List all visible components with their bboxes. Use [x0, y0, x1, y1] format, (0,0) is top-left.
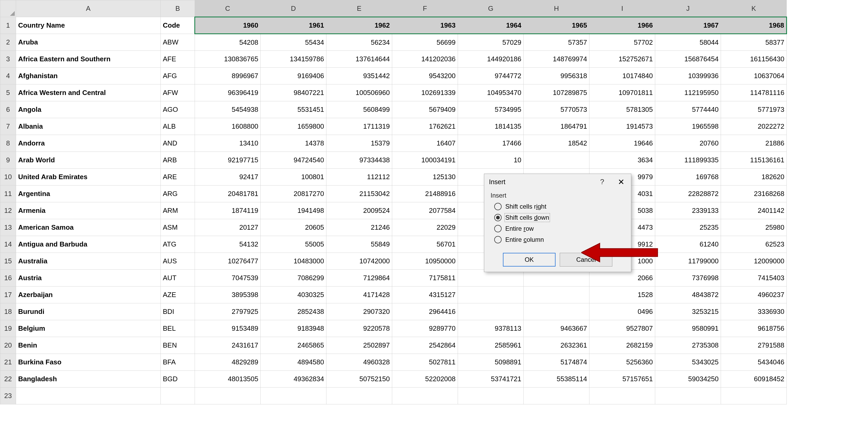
cell-G9[interactable]: 10: [458, 152, 524, 169]
cell-E13[interactable]: 21246: [327, 219, 392, 236]
cell-J9[interactable]: 111899335: [655, 152, 721, 169]
cell-I17[interactable]: 1528: [589, 287, 655, 303]
cell-D18[interactable]: 2852438: [261, 303, 327, 320]
row-header-3[interactable]: 3: [0, 51, 16, 68]
column-header-H[interactable]: H: [524, 0, 589, 17]
cell-I4[interactable]: 10174840: [589, 68, 655, 85]
cell-D9[interactable]: 94724540: [261, 152, 327, 169]
cell-I6[interactable]: 5781305: [589, 101, 655, 118]
cell-F20[interactable]: 2542864: [392, 337, 458, 354]
cell-E12[interactable]: 2009524: [327, 202, 392, 219]
cell-F23[interactable]: [392, 388, 458, 405]
cell-I19[interactable]: 9527807: [589, 320, 655, 337]
cell-B8[interactable]: AND: [161, 135, 195, 152]
cell-H19[interactable]: 9463667: [524, 320, 589, 337]
cell-G16[interactable]: [458, 270, 524, 287]
cell-J18[interactable]: 3253215: [655, 303, 721, 320]
cell-I20[interactable]: 2682159: [589, 337, 655, 354]
row-header-15[interactable]: 15: [0, 253, 16, 270]
cell-D3[interactable]: 134159786: [261, 51, 327, 68]
column-header-B[interactable]: B: [161, 0, 195, 17]
cell-J17[interactable]: 4843872: [655, 287, 721, 303]
cell-H7[interactable]: 1864791: [524, 118, 589, 135]
row-header-14[interactable]: 14: [0, 236, 16, 253]
column-header-J[interactable]: J: [655, 0, 721, 17]
cell-A5[interactable]: Africa Western and Central: [16, 85, 161, 101]
cell-E17[interactable]: 4171428: [327, 287, 392, 303]
cell-J20[interactable]: 2735308: [655, 337, 721, 354]
cell-E15[interactable]: 10742000: [327, 253, 392, 270]
cell-I18[interactable]: 0496: [589, 303, 655, 320]
cell-A22[interactable]: Bangladesh: [16, 371, 161, 388]
cell-B2[interactable]: ABW: [161, 34, 195, 51]
dialog-close-button[interactable]: ✕: [615, 177, 627, 187]
cell-K19[interactable]: 9618756: [721, 320, 787, 337]
row-header-5[interactable]: 5: [0, 85, 16, 101]
cell-K9[interactable]: 115136161: [721, 152, 787, 169]
cell-B5[interactable]: AFW: [161, 85, 195, 101]
cell-I9[interactable]: 3634: [589, 152, 655, 169]
cell-K8[interactable]: 21886: [721, 135, 787, 152]
cell-C11[interactable]: 20481781: [195, 185, 261, 202]
cell-K13[interactable]: 25980: [721, 219, 787, 236]
cell-D21[interactable]: 4894580: [261, 354, 327, 371]
cell-E19[interactable]: 9220578: [327, 320, 392, 337]
cell-I8[interactable]: 19646: [589, 135, 655, 152]
cell-E22[interactable]: 50752150: [327, 371, 392, 388]
cell-E2[interactable]: 56234: [327, 34, 392, 51]
row-header-1[interactable]: 1: [0, 17, 16, 34]
cell-H4[interactable]: 9956318: [524, 68, 589, 85]
column-header-I[interactable]: I: [589, 0, 655, 17]
cell-C21[interactable]: 4829289: [195, 354, 261, 371]
row-header-13[interactable]: 13: [0, 219, 16, 236]
cell-K2[interactable]: 58377: [721, 34, 787, 51]
cell-A20[interactable]: Benin: [16, 337, 161, 354]
cell-K20[interactable]: 2791588: [721, 337, 787, 354]
cell-C19[interactable]: 9153489: [195, 320, 261, 337]
cell-C4[interactable]: 8996967: [195, 68, 261, 85]
cell-A6[interactable]: Angola: [16, 101, 161, 118]
cell-D11[interactable]: 20817270: [261, 185, 327, 202]
cell-F2[interactable]: 56699: [392, 34, 458, 51]
cell-D23[interactable]: [261, 388, 327, 405]
cell-J4[interactable]: 10399936: [655, 68, 721, 85]
cell-C6[interactable]: 5454938: [195, 101, 261, 118]
row-header-6[interactable]: 6: [0, 101, 16, 118]
cell-F16[interactable]: 7175811: [392, 270, 458, 287]
cell-F5[interactable]: 102691339: [392, 85, 458, 101]
cell-A19[interactable]: Belgium: [16, 320, 161, 337]
cell-C12[interactable]: 1874119: [195, 202, 261, 219]
cell-D5[interactable]: 98407221: [261, 85, 327, 101]
row-header-23[interactable]: 23: [0, 388, 16, 405]
cell-G18[interactable]: [458, 303, 524, 320]
column-header-G[interactable]: G: [458, 0, 524, 17]
cell-J22[interactable]: 59034250: [655, 371, 721, 388]
row-header-10[interactable]: 10: [0, 169, 16, 185]
row-header-17[interactable]: 17: [0, 287, 16, 303]
cell-C9[interactable]: 92197715: [195, 152, 261, 169]
cell-E21[interactable]: 4960328: [327, 354, 392, 371]
cell-A9[interactable]: Arab World: [16, 152, 161, 169]
row-header-4[interactable]: 4: [0, 68, 16, 85]
cell-K18[interactable]: 3336930: [721, 303, 787, 320]
column-header-A[interactable]: A: [16, 0, 161, 17]
cell-H21[interactable]: 5174874: [524, 354, 589, 371]
cell-K1[interactable]: 1968: [721, 17, 787, 34]
spreadsheet-grid[interactable]: ABCDEFGHIJK 1Country NameCode19601961196…: [0, 0, 787, 405]
cell-B3[interactable]: AFE: [161, 51, 195, 68]
cell-C15[interactable]: 10276477: [195, 253, 261, 270]
cell-G6[interactable]: 5734995: [458, 101, 524, 118]
cell-J14[interactable]: 61240: [655, 236, 721, 253]
cell-K14[interactable]: 62523: [721, 236, 787, 253]
cell-A4[interactable]: Afghanistan: [16, 68, 161, 85]
cell-B17[interactable]: AZE: [161, 287, 195, 303]
cell-F18[interactable]: 2964416: [392, 303, 458, 320]
cell-G17[interactable]: [458, 287, 524, 303]
cell-E14[interactable]: 55849: [327, 236, 392, 253]
cell-F13[interactable]: 22029: [392, 219, 458, 236]
cell-E4[interactable]: 9351442: [327, 68, 392, 85]
cell-F11[interactable]: 21488916: [392, 185, 458, 202]
row-header-19[interactable]: 19: [0, 320, 16, 337]
row-header-7[interactable]: 7: [0, 118, 16, 135]
cell-J10[interactable]: 169768: [655, 169, 721, 185]
